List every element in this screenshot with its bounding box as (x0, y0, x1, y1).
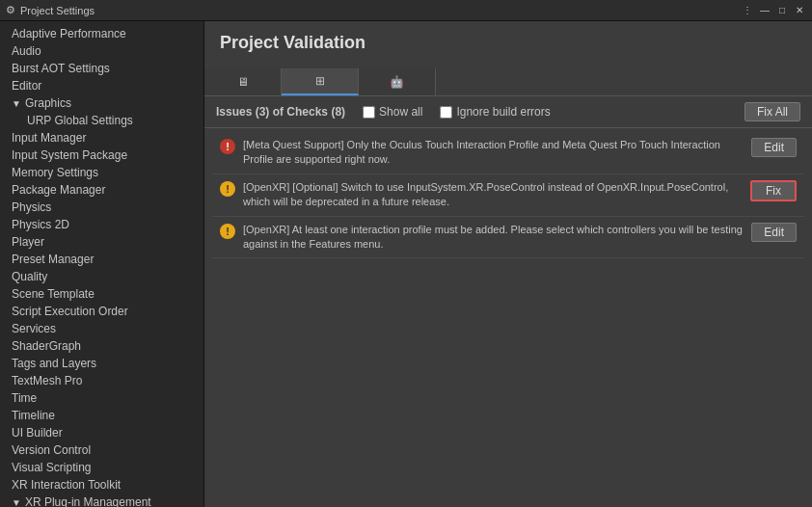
title-bar-title: Project Settings (20, 5, 95, 16)
more-icon[interactable]: ⋮ (741, 4, 754, 17)
sidebar-item-physics-2d[interactable]: Physics 2D (0, 216, 203, 233)
sidebar: Adaptive PerformanceAudioBurst AOT Setti… (0, 21, 204, 507)
sidebar-item-label: ShaderGraph (12, 339, 81, 353)
sidebar-item-input-manager[interactable]: Input Manager (0, 129, 203, 147)
issues-bar: Issues (3) of Checks (8) Show all Ignore… (204, 96, 812, 128)
tab-grid[interactable]: ⊞ (282, 68, 359, 95)
sidebar-item-time[interactable]: Time (0, 389, 203, 407)
warning-icon: ! (220, 181, 235, 197)
sidebar-item-adaptive-performance[interactable]: Adaptive Performance (0, 25, 203, 42)
close-button[interactable]: ✕ (793, 4, 806, 17)
sidebar-item-label: Services (12, 322, 56, 335)
sidebar-item-urp-global[interactable]: URP Global Settings (0, 112, 203, 129)
sidebar-item-label: Tags and Layers (12, 357, 96, 370)
title-bar: ⚙ Project Settings ⋮ — □ ✕ (0, 0, 812, 21)
issue-row-issue-3: ![OpenXR] At least one interaction profi… (212, 217, 804, 259)
sidebar-item-label: Physics (12, 200, 51, 214)
sidebar-item-physics[interactable]: Physics (0, 199, 203, 216)
sidebar-item-label: TextMesh Pro (12, 374, 82, 387)
issue-text: [Meta Quest Support] Only the Oculus Tou… (243, 138, 744, 168)
show-all-label: Show all (379, 105, 422, 119)
sidebar-item-timeline[interactable]: Timeline (0, 407, 203, 424)
show-all-checkbox[interactable] (363, 106, 375, 119)
issue-action: Fix (750, 180, 797, 201)
tab-monitor[interactable]: 🖥 (204, 68, 282, 95)
issue-action: Edit (751, 138, 797, 157)
show-all-group: Show all (363, 105, 422, 119)
sidebar-item-label: Input Manager (12, 131, 86, 145)
warning-icon: ! (220, 224, 235, 239)
issue-text: [OpenXR] [Optional] Switch to use InputS… (243, 180, 743, 210)
ignore-build-errors-label: Ignore build errors (456, 105, 550, 119)
tab-android[interactable]: 🤖 (359, 68, 436, 95)
issues-label: Issues (3) of Checks (8) (216, 105, 345, 119)
sidebar-item-label: Editor (12, 79, 41, 93)
sidebar-item-label: UI Builder (12, 426, 63, 440)
sidebar-item-label: Input System Package (12, 148, 127, 162)
sidebar-item-services[interactable]: Services (0, 320, 203, 337)
maximize-button[interactable]: □ (775, 4, 789, 17)
sidebar-item-label: Audio (12, 44, 41, 58)
issues-list: ![Meta Quest Support] Only the Oculus To… (204, 128, 812, 507)
content-area: Project Validation 🖥⊞🤖 Issues (3) of Che… (204, 21, 812, 507)
title-bar-controls: ⋮ — □ ✕ (741, 4, 806, 17)
sidebar-item-xr-interaction-toolkit[interactable]: XR Interaction Toolkit (0, 476, 203, 494)
sidebar-item-label: Script Execution Order (12, 305, 128, 318)
sidebar-item-label: Package Manager (12, 183, 105, 197)
sidebar-item-quality[interactable]: Quality (0, 268, 203, 285)
sidebar-item-ui-builder[interactable]: UI Builder (0, 424, 203, 441)
issue-row-issue-2: ![OpenXR] [Optional] Switch to use Input… (212, 174, 804, 217)
sidebar-item-label: Timeline (12, 409, 55, 422)
sidebar-item-shadergraph[interactable]: ShaderGraph (0, 337, 203, 355)
error-icon: ! (220, 139, 235, 154)
minimize-button[interactable]: — (758, 4, 771, 17)
sidebar-item-label: Scene Template (12, 287, 95, 301)
sidebar-item-burst-aot[interactable]: Burst AOT Settings (0, 60, 203, 77)
edit-button[interactable]: Edit (751, 223, 797, 242)
sidebar-item-version-control[interactable]: Version Control (0, 441, 203, 459)
sidebar-item-visual-scripting[interactable]: Visual Scripting (0, 459, 203, 476)
sidebar-item-label: Time (12, 391, 37, 405)
issue-text: [OpenXR] At least one interaction profil… (243, 223, 744, 253)
sidebar-item-label: Visual Scripting (12, 461, 92, 474)
arrow-icon: ▼ (12, 98, 21, 109)
content-header: Project Validation (204, 21, 812, 68)
sidebar-item-label: Preset Manager (12, 253, 94, 266)
sidebar-item-input-system-package[interactable]: Input System Package (0, 147, 203, 164)
sidebar-item-graphics[interactable]: ▼Graphics (0, 94, 203, 112)
edit-button[interactable]: Edit (751, 138, 797, 157)
sidebar-item-label: Graphics (25, 96, 71, 110)
ignore-build-errors-group: Ignore build errors (440, 105, 550, 119)
sidebar-item-label: Quality (12, 270, 47, 283)
sidebar-item-label: URP Global Settings (27, 114, 133, 127)
sidebar-item-preset-manager[interactable]: Preset Manager (0, 251, 203, 268)
sidebar-item-label: XR Plug-in Management (25, 495, 151, 507)
sidebar-item-editor[interactable]: Editor (0, 77, 203, 94)
sidebar-item-textmesh-pro[interactable]: TextMesh Pro (0, 372, 203, 389)
sidebar-item-tags-and-layers[interactable]: Tags and Layers (0, 355, 203, 372)
fix-all-button[interactable]: Fix All (744, 102, 800, 121)
settings-icon: ⚙ (6, 4, 15, 16)
tabs-row: 🖥⊞🤖 (204, 68, 812, 96)
sidebar-item-label: Adaptive Performance (12, 27, 126, 40)
sidebar-item-label: Version Control (12, 443, 91, 457)
page-title: Project Validation (220, 33, 797, 53)
arrow-icon: ▼ (12, 497, 21, 508)
sidebar-item-scene-template[interactable]: Scene Template (0, 285, 203, 303)
sidebar-item-label: Player (12, 235, 44, 249)
issue-action: Edit (751, 223, 797, 242)
sidebar-item-memory-settings[interactable]: Memory Settings (0, 164, 203, 181)
sidebar-item-label: Physics 2D (12, 218, 69, 231)
sidebar-item-xr-plug-in-management[interactable]: ▼XR Plug-in Management (0, 494, 203, 507)
sidebar-item-label: Memory Settings (12, 166, 98, 179)
sidebar-item-audio[interactable]: Audio (0, 42, 203, 60)
sidebar-item-script-execution-order[interactable]: Script Execution Order (0, 303, 203, 320)
issue-row-issue-1: ![Meta Quest Support] Only the Oculus To… (212, 132, 804, 174)
fix-button[interactable]: Fix (750, 180, 797, 201)
sidebar-item-package-manager[interactable]: Package Manager (0, 181, 203, 199)
sidebar-item-player[interactable]: Player (0, 233, 203, 251)
ignore-build-errors-checkbox[interactable] (440, 106, 452, 119)
sidebar-item-label: XR Interaction Toolkit (12, 478, 121, 492)
main-layout: Adaptive PerformanceAudioBurst AOT Setti… (0, 21, 812, 507)
sidebar-item-label: Burst AOT Settings (12, 62, 110, 75)
